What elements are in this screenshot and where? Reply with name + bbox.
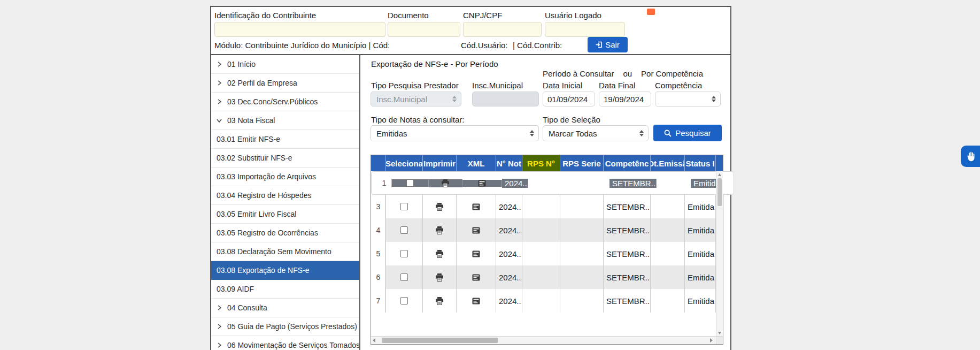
sidebar-item[interactable]: 04 Consulta (211, 299, 359, 317)
data-inicial-input[interactable] (543, 92, 595, 106)
chevron-right-icon (216, 323, 227, 330)
tipo-notas-select[interactable]: Emitidas (371, 125, 539, 141)
select-arrows-icon (530, 130, 534, 136)
cell-rps-numero (522, 218, 560, 242)
print-icon[interactable] (435, 297, 444, 305)
row-checkbox[interactable] (400, 273, 408, 281)
tipo-selecao-select[interactable]: Marcar Todas (543, 125, 649, 141)
table-row[interactable]: 52024...SETEMBR...Emitida (371, 242, 716, 265)
cell-seleciona (386, 195, 423, 218)
table-row[interactable]: 62024...SETEMBR...Emitida (371, 265, 716, 289)
cell-competencia: SETEMBR... (604, 265, 651, 289)
sidebar-item[interactable]: 03 Nota Fiscal (211, 111, 359, 130)
row-checkbox[interactable] (400, 226, 408, 234)
table-body: 12024...SETEMBR...Emitida22024...SETEMBR… (371, 171, 716, 313)
cell-dt-emissao (651, 265, 685, 289)
sidebar-item[interactable]: 01 Início (211, 55, 359, 74)
column-header-rps-serie[interactable]: RPS Serie (560, 155, 604, 171)
field-cnpj-cpf: CNPJ/CPF (463, 11, 542, 37)
sidebar-item-label: 02 Perfil da Empresa (227, 79, 297, 87)
column-header-imprimir[interactable]: Imprimir (423, 155, 457, 171)
scroll-left-icon[interactable] (373, 338, 375, 343)
column-header-status[interactable]: Status I (685, 155, 716, 171)
cell-xml (457, 195, 496, 218)
horizontal-scrollbar[interactable] (371, 336, 723, 344)
cell-imprimir (423, 289, 457, 313)
column-header-seleciona[interactable]: Seleciona (386, 155, 423, 171)
documento-input[interactable] (388, 22, 460, 37)
identificacao-label: Identificação do Contribuinte (214, 11, 385, 20)
vertical-scroll-thumb[interactable] (717, 178, 722, 206)
scroll-right-icon[interactable] (710, 338, 713, 343)
top-header: Identificação do Contribuinte Documento … (211, 7, 730, 55)
scroll-down-icon[interactable] (716, 330, 723, 336)
chevron-right-icon (216, 61, 227, 67)
competencia-select[interactable] (655, 92, 721, 106)
row-checkbox[interactable] (406, 179, 414, 187)
column-header-competencia[interactable]: Competênc (604, 155, 651, 171)
identificacao-input[interactable] (214, 22, 385, 37)
libras-widget-button[interactable] (961, 146, 980, 167)
cod-contrib-label: | Cód.Contrib: (513, 41, 562, 50)
sidebar-item[interactable]: 03.02 Substituir NFS-e (211, 149, 359, 168)
horizontal-scroll-thumb[interactable] (382, 338, 498, 343)
xml-icon[interactable] (472, 274, 480, 281)
sidebar-item[interactable]: 03.04 Registro de Hóspedes (211, 186, 359, 205)
cell-n-nota: 2024... (496, 218, 522, 242)
sidebar-item[interactable]: 02 Perfil da Empresa (211, 74, 359, 93)
cell-rps-serie (560, 195, 604, 218)
sidebar-item[interactable]: 03.01 Emitir NFS-e (211, 130, 359, 149)
row-checkbox[interactable] (400, 297, 408, 305)
xml-icon[interactable] (472, 250, 480, 257)
xml-icon[interactable] (472, 298, 480, 305)
scroll-up-icon[interactable] (716, 171, 723, 178)
print-icon[interactable] (435, 273, 444, 281)
sidebar-item[interactable]: 03.05 Emitir Livro Fiscal (211, 205, 359, 224)
cell-rps-serie (560, 218, 604, 242)
cnpj-cpf-input[interactable] (463, 22, 542, 37)
table-header-row: SelecionaImprimirXMLN° NotRPS N°RPS Seri… (371, 155, 723, 171)
xml-icon[interactable] (472, 227, 480, 234)
cell-competencia: SETEMBR... (604, 242, 651, 265)
xml-icon[interactable] (478, 180, 486, 187)
row-checkbox[interactable] (400, 250, 408, 257)
row-number: 1 (377, 179, 392, 187)
print-icon[interactable] (435, 203, 444, 211)
sidebar-item[interactable]: 03.03 Importação de Arquivos (211, 168, 359, 186)
usuario-logado-input[interactable] (545, 22, 625, 37)
column-header-xml[interactable]: XML (457, 155, 496, 171)
vertical-scrollbar[interactable] (716, 171, 723, 336)
column-header-rps-numero[interactable]: RPS N° (522, 155, 560, 171)
table-row[interactable]: 32024...SETEMBR...Emitida (371, 195, 716, 218)
sidebar-item-label: 03.04 Registro de Hóspedes (217, 191, 311, 200)
insc-municipal-input (472, 92, 539, 106)
sidebar-item-label: 03.05 Emitir Livro Fiscal (217, 210, 296, 218)
data-final-input[interactable] (599, 92, 651, 106)
sidebar-item[interactable]: 03.05 Registro de Ocorrências (211, 224, 359, 242)
print-icon[interactable] (435, 226, 444, 234)
sidebar-item[interactable]: 03.08 Exportação de NFS-e (211, 261, 359, 280)
sidebar-item[interactable]: 05 Guia de Pagto (Serviços Prestados) (211, 317, 359, 336)
print-icon[interactable] (435, 250, 444, 258)
table-row[interactable]: 12024...SETEMBR...Emitida (371, 171, 734, 195)
column-header-dt-emissao[interactable]: Dt.Emissã (651, 155, 685, 171)
row-checkbox[interactable] (400, 203, 408, 210)
pesquisar-button[interactable]: Pesquisar (653, 125, 722, 141)
sair-button[interactable]: Sair (588, 37, 628, 52)
table-row[interactable]: 42024...SETEMBR...Emitida (371, 218, 716, 242)
sidebar-item-label: 03 Nota Fiscal (227, 116, 275, 125)
sidebar-item[interactable]: 03 Dec.Conc/Serv.Públicos (211, 93, 359, 111)
header-filler (716, 155, 723, 171)
column-header-n-nota[interactable]: N° Not (496, 155, 522, 171)
column-header-rownum[interactable] (371, 155, 386, 171)
print-icon[interactable] (441, 179, 450, 187)
cell-status: Emitida (685, 195, 716, 218)
table-row[interactable]: 72024...SETEMBR...Emitida (371, 289, 716, 313)
sidebar-item[interactable]: 03.09 AIDF (211, 280, 359, 299)
sidebar-item[interactable]: 03.08 Declaração Sem Movimento (211, 242, 359, 261)
sidebar-item[interactable]: 06 Movimentação de Serviços Tomados (211, 336, 359, 350)
xml-icon[interactable] (472, 203, 480, 210)
sidebar-item-label: 03.02 Substituir NFS-e (217, 154, 292, 162)
cell-rps-numero (522, 289, 560, 313)
por-competencia-label: Por Competência (641, 69, 703, 78)
